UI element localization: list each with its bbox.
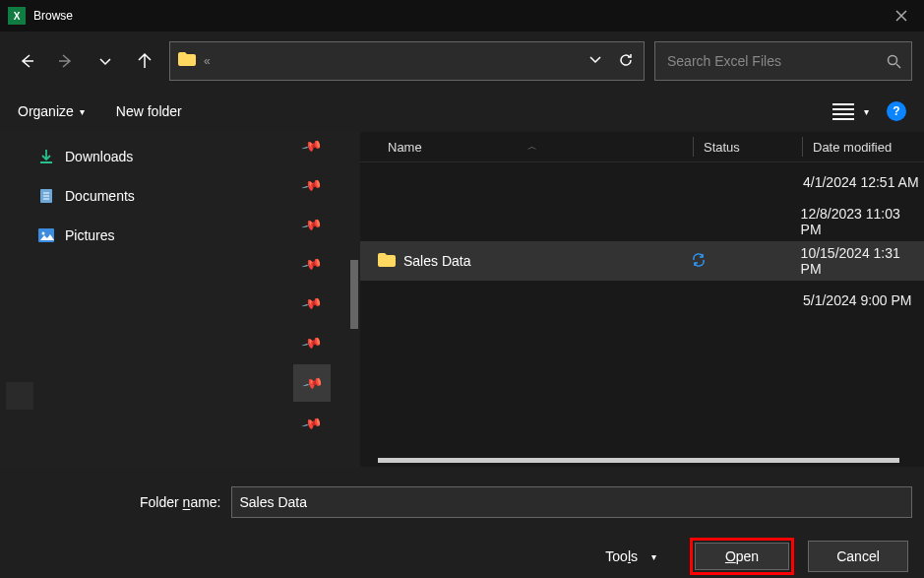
arrow-right-icon: [57, 52, 75, 70]
sidebar: Downloads Documents Pictures 📌 📌 📌 📌 📌 📌…: [0, 132, 360, 467]
refresh-icon: [618, 52, 634, 68]
pin-icon[interactable]: 📌: [292, 130, 333, 162]
chevron-down-icon: [98, 54, 112, 68]
file-date: 10/15/2024 1:31 PM: [791, 245, 924, 277]
sidebar-item-label: Pictures: [65, 227, 115, 243]
sidebar-collapse-handle[interactable]: [6, 382, 33, 410]
breadcrumb-chevrons: «: [204, 54, 211, 68]
pictures-icon: [37, 226, 55, 244]
up-button[interactable]: [130, 47, 159, 75]
column-status[interactable]: Status: [694, 140, 802, 155]
cancel-button[interactable]: Cancel: [808, 541, 908, 572]
file-date: 4/1/2024 12:51 AM: [793, 174, 919, 190]
refresh-button[interactable]: [618, 52, 634, 71]
caret-down-icon: ▾: [80, 106, 85, 117]
svg-point-3: [42, 232, 45, 235]
search-box[interactable]: [654, 41, 912, 81]
help-button[interactable]: ?: [887, 101, 906, 121]
toolbar: Organize ▾ New folder ▾ ?: [0, 91, 924, 132]
chevron-down-icon: [588, 52, 602, 66]
file-name: Sales Data: [360, 253, 681, 270]
pin-icon[interactable]: 📌: [292, 248, 333, 281]
horizontal-scrollbar[interactable]: [378, 458, 899, 463]
downloads-icon: [37, 148, 55, 165]
close-window-button[interactable]: [879, 0, 924, 32]
excel-app-icon: X: [8, 7, 26, 25]
pin-icon[interactable]: 📌: [292, 209, 333, 241]
button-row: Tools▾ Open Cancel: [12, 538, 912, 575]
open-button[interactable]: Open: [695, 543, 789, 570]
file-list-pane: Name ︿ Status Date modified 4/1/2024 12:…: [360, 132, 924, 467]
caret-down-icon: ▾: [651, 551, 656, 562]
folder-icon: [378, 253, 396, 270]
recent-dropdown[interactable]: [91, 47, 120, 75]
arrow-up-icon: [136, 52, 154, 70]
back-button[interactable]: [12, 47, 41, 75]
pin-icon[interactable]: 📌: [292, 327, 333, 359]
file-row[interactable]: Sales Data 10/15/2024 1:31 PM: [360, 241, 924, 281]
arrow-left-icon: [18, 52, 35, 70]
file-date: 5/1/2024 9:00 PM: [793, 292, 912, 308]
tools-dropdown[interactable]: Tools▾: [605, 548, 656, 564]
folder-name-input[interactable]: [231, 486, 913, 518]
organize-label: Organize: [18, 103, 74, 119]
folder-name-label: Folder name:: [140, 494, 221, 510]
folder-icon: [178, 52, 196, 70]
pin-icon[interactable]: 📌: [292, 288, 333, 320]
close-icon: [895, 10, 907, 22]
bottom-panel: Folder name: Tools▾ Open Cancel: [0, 467, 924, 575]
pin-icon[interactable]: 📌: [293, 364, 331, 402]
file-row[interactable]: 12/8/2023 11:03 PM: [360, 202, 924, 241]
main-panel: Downloads Documents Pictures 📌 📌 📌 📌 📌 📌…: [0, 132, 924, 467]
pin-icon[interactable]: 📌: [292, 408, 333, 440]
address-bar[interactable]: «: [169, 41, 645, 81]
file-row[interactable]: 4/1/2024 12:51 AM: [360, 162, 924, 202]
svg-point-0: [889, 55, 897, 64]
column-headers: Name ︿ Status Date modified: [360, 132, 924, 162]
file-status: [681, 252, 790, 271]
new-folder-label: New folder: [116, 103, 182, 119]
sidebar-item-label: Downloads: [65, 149, 133, 164]
address-dropdown[interactable]: [588, 52, 602, 70]
organize-button[interactable]: Organize ▾: [18, 103, 85, 119]
sync-icon: [691, 252, 707, 268]
sidebar-item-label: Documents: [65, 188, 135, 204]
file-row[interactable]: 5/1/2024 9:00 PM: [360, 281, 924, 320]
caret-down-icon: ▾: [864, 106, 869, 117]
nav-row: «: [0, 32, 924, 91]
new-folder-button[interactable]: New folder: [116, 103, 182, 119]
view-button[interactable]: ▾: [832, 101, 869, 121]
sidebar-scrollbar[interactable]: [350, 260, 358, 329]
documents-icon: [37, 187, 55, 205]
open-button-highlight: Open: [690, 538, 794, 575]
column-date-modified[interactable]: Date modified: [803, 140, 892, 155]
forward-button[interactable]: [51, 47, 81, 75]
pin-column: 📌 📌 📌 📌 📌 📌 📌 📌: [293, 138, 331, 431]
window-title: Browse: [33, 9, 73, 23]
view-list-icon: [832, 101, 854, 121]
sort-ascending-icon: ︿: [527, 140, 537, 154]
search-icon: [887, 54, 901, 69]
titlebar: X Browse: [0, 0, 924, 32]
file-date: 12/8/2023 11:03 PM: [791, 206, 924, 237]
pin-icon[interactable]: 📌: [292, 169, 333, 202]
search-input[interactable]: [665, 52, 887, 70]
folder-name-row: Folder name:: [12, 486, 912, 518]
column-name[interactable]: Name ︿: [360, 140, 693, 155]
